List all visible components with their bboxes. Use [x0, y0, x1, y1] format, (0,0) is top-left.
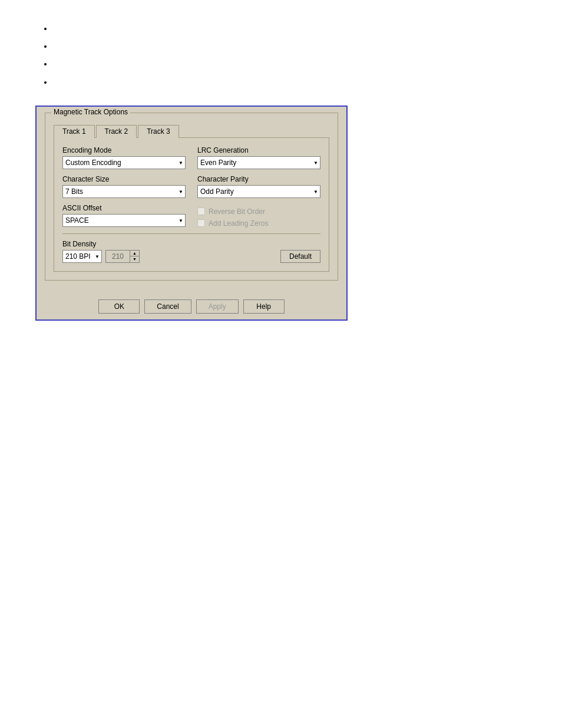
- checkbox-group: Reverse Bit Order Add Leading Zeros: [197, 207, 268, 228]
- section-divider: [62, 233, 320, 234]
- dialog-buttons: OK Cancel Apply Help: [37, 295, 346, 319]
- character-size-group: Character Size 7 Bits 5 Bits 8 Bits: [62, 175, 186, 198]
- lrc-generation-select[interactable]: Even Parity Odd Parity None: [197, 156, 320, 169]
- page-content: Magnetic Track Options Track 1 Track 2 T…: [0, 0, 562, 344]
- character-parity-group: Character Parity Odd Parity Even Parity …: [197, 175, 320, 198]
- apply-button[interactable]: Apply: [196, 299, 239, 314]
- reverse-bit-order-checkbox: [197, 207, 205, 215]
- bit-density-group: Bit Density 210 BPI 75 BPI: [62, 240, 140, 263]
- spinbox-input[interactable]: [106, 251, 130, 262]
- group-box-legend: Magnetic Track Options: [51, 108, 130, 116]
- cancel-button[interactable]: Cancel: [144, 299, 191, 314]
- ascii-offset-select[interactable]: SPACE NULL 0x20: [62, 214, 186, 227]
- tab-track2[interactable]: Track 2: [96, 125, 137, 138]
- character-size-select[interactable]: 7 Bits 5 Bits 8 Bits: [62, 185, 186, 198]
- encoding-mode-select-wrapper: Custom Encoding ISO Mode A ISO Mode B IS…: [62, 156, 186, 169]
- spinbox-buttons: ▲ ▼: [130, 251, 139, 262]
- encoding-mode-label: Encoding Mode: [62, 146, 186, 154]
- bit-density-select[interactable]: 210 BPI 75 BPI: [62, 250, 102, 263]
- bit-density-spinbox: ▲ ▼: [105, 250, 140, 263]
- bit-density-row-wrapper: Bit Density 210 BPI 75 BPI: [62, 240, 320, 263]
- character-parity-label: Character Parity: [197, 175, 320, 183]
- ascii-offset-label: ASCII Offset: [62, 204, 186, 212]
- right-column-bottom: Reverse Bit Order Add Leading Zeros: [197, 204, 320, 228]
- dialog: Magnetic Track Options Track 1 Track 2 T…: [35, 106, 348, 321]
- character-size-select-wrapper: 7 Bits 5 Bits 8 Bits: [62, 185, 186, 198]
- bit-density-label: Bit Density: [62, 240, 140, 248]
- bit-density-select-wrapper: 210 BPI 75 BPI: [62, 250, 102, 263]
- spinbox-up-button[interactable]: ▲: [130, 251, 139, 256]
- form-grid: Encoding Mode Custom Encoding ISO Mode A…: [62, 146, 320, 228]
- character-size-label: Character Size: [62, 175, 186, 183]
- magnetic-track-options-group: Magnetic Track Options Track 1 Track 2 T…: [45, 113, 338, 281]
- bullet-item-2: [53, 41, 527, 52]
- bullet-item-1: [53, 24, 527, 34]
- lrc-generation-select-wrapper: Even Parity Odd Parity None: [197, 156, 320, 169]
- lrc-generation-label: LRC Generation: [197, 146, 320, 154]
- tab-content: Encoding Mode Custom Encoding ISO Mode A…: [54, 137, 329, 272]
- bullet-item-3: [53, 59, 527, 70]
- ascii-offset-select-wrapper: SPACE NULL 0x20: [62, 214, 186, 227]
- ok-button[interactable]: OK: [98, 299, 140, 314]
- add-leading-zeros-checkbox: [197, 219, 205, 227]
- tab-track1[interactable]: Track 1: [54, 125, 95, 138]
- tabs-bar: Track 1 Track 2 Track 3: [54, 125, 329, 138]
- tab-track3[interactable]: Track 3: [138, 125, 179, 138]
- bit-density-controls: 210 BPI 75 BPI ▲ ▼: [62, 250, 140, 263]
- character-parity-select[interactable]: Odd Parity Even Parity None: [197, 185, 320, 198]
- reverse-bit-order-label: Reverse Bit Order: [197, 207, 268, 216]
- spinbox-down-button[interactable]: ▼: [130, 256, 139, 262]
- bullet-list: [35, 24, 527, 88]
- lrc-generation-group: LRC Generation Even Parity Odd Parity No…: [197, 146, 320, 169]
- character-parity-select-wrapper: Odd Parity Even Parity None: [197, 185, 320, 198]
- help-button[interactable]: Help: [243, 299, 285, 314]
- default-button[interactable]: Default: [280, 250, 320, 263]
- bullet-item-4: [53, 77, 527, 88]
- encoding-mode-select[interactable]: Custom Encoding ISO Mode A ISO Mode B IS…: [62, 156, 186, 169]
- dialog-inner: Magnetic Track Options Track 1 Track 2 T…: [37, 107, 346, 295]
- dialog-wrapper: Magnetic Track Options Track 1 Track 2 T…: [35, 106, 527, 321]
- add-leading-zeros-label: Add Leading Zeros: [197, 219, 268, 228]
- encoding-mode-group: Encoding Mode Custom Encoding ISO Mode A…: [62, 146, 186, 169]
- ascii-offset-group: ASCII Offset SPACE NULL 0x20: [62, 204, 186, 228]
